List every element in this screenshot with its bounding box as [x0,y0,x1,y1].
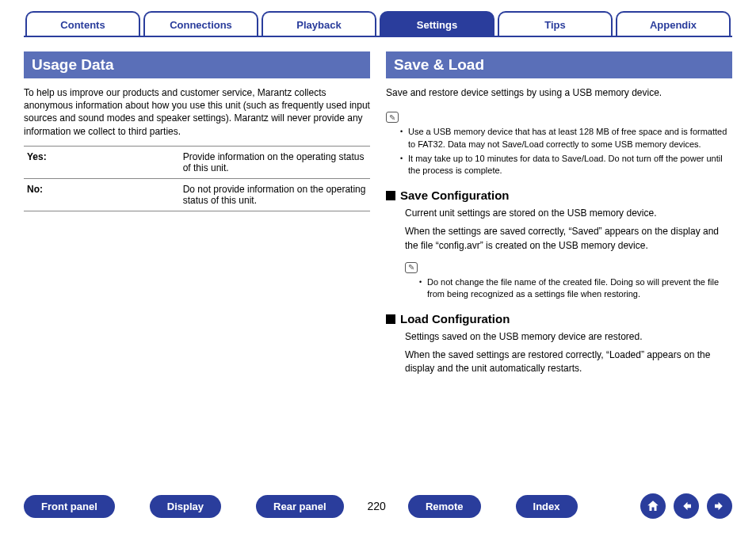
remote-button[interactable]: Remote [408,495,481,518]
save-config-heading: Save Configuration [386,188,732,202]
next-button[interactable] [707,493,732,519]
list-item: Use a USB memory device that has at leas… [400,126,732,150]
usage-data-title: Usage Data [24,51,370,78]
page-number: 220 [368,500,386,512]
row-key: No: [24,178,180,211]
usage-data-table: Yes: Provide information on the operatin… [24,146,370,211]
home-button[interactable] [640,493,666,519]
tab-connections[interactable]: Connections [143,11,258,36]
arrow-left-icon [679,499,693,513]
tab-playback[interactable]: Playback [262,11,376,36]
save-load-title: Save & Load [386,51,732,78]
front-panel-button[interactable]: Front panel [24,495,115,518]
load-config-heading-text: Load Configuration [400,312,510,326]
load-config-p2: When the saved settings are restored cor… [405,348,732,376]
row-key: Yes: [24,146,180,178]
save-config-p2: When the settings are saved correctly, “… [405,225,732,253]
table-row: No: Do not provide information on the op… [24,178,370,211]
left-column: Usage Data To help us improve our produc… [24,51,370,381]
page: Contents Connections Playback Settings T… [0,0,756,533]
footer: Front panel Display Rear panel 220 Remot… [24,493,732,519]
save-config-note: Do not change the file name of the creat… [405,276,732,301]
top-tabs: Contents Connections Playback Settings T… [24,0,732,37]
pencil-icon: ✎ [405,262,418,273]
row-value: Do not provide information on the operat… [180,178,370,211]
load-config-heading: Load Configuration [386,312,732,326]
load-config-p1: Settings saved on the USB memory device … [405,330,732,344]
save-load-intro: Save and restore device settings by usin… [386,86,732,99]
tab-contents[interactable]: Contents [25,11,140,36]
save-config-heading-text: Save Configuration [400,188,510,202]
row-value: Provide information on the operating sta… [180,146,370,178]
save-config-p1: Current unit settings are stored on the … [405,207,732,220]
square-icon [386,191,395,200]
arrow-right-icon [712,499,727,513]
list-item: Do not change the file name of the creat… [419,276,732,301]
footer-left: Front panel Display Rear panel 220 Remot… [24,495,640,518]
list-item: It may take up to 10 minutes for data to… [400,153,732,177]
load-config-body: Settings saved on the USB memory device … [386,330,732,376]
pencil-icon: ✎ [386,112,399,123]
prev-button[interactable] [674,493,699,519]
tab-tips[interactable]: Tips [498,11,613,36]
tab-appendix[interactable]: Appendix [616,11,731,36]
home-icon [646,499,660,513]
square-icon [386,314,395,324]
rear-panel-button[interactable]: Rear panel [256,495,343,518]
index-button[interactable]: Index [516,495,578,518]
display-button[interactable]: Display [150,495,221,518]
save-load-notes: Use a USB memory device that has at leas… [386,126,732,177]
tab-settings[interactable]: Settings [380,11,494,36]
content: Usage Data To help us improve our produc… [24,37,732,381]
usage-data-intro: To help us improve our products and cust… [24,86,370,138]
save-config-body: Current unit settings are stored on the … [386,207,732,301]
right-column: Save & Load Save and restore device sett… [386,51,732,381]
table-row: Yes: Provide information on the operatin… [24,146,370,178]
footer-right [640,493,732,519]
